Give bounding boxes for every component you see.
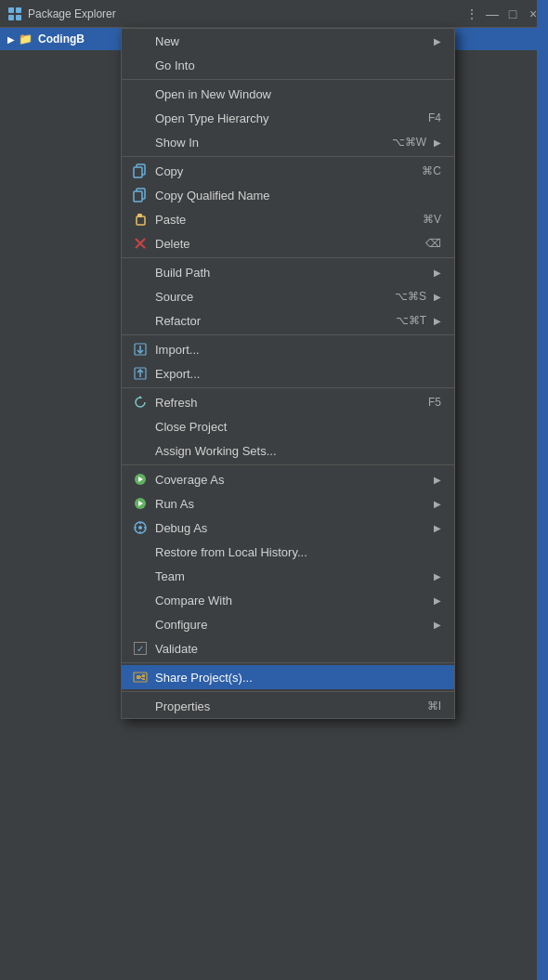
show-in-shortcut: ⌥⌘W [392,136,426,149]
copy-shortcut: ⌘C [422,164,441,177]
right-panel [537,0,548,980]
delete-icon [131,236,150,251]
menu-item-new[interactable]: New ▶ [122,29,454,53]
team-arrow-icon: ▶ [434,571,441,581]
import-icon [131,342,150,357]
share-projects-icon [131,670,150,685]
compare-with-arrow-icon: ▶ [434,595,441,606]
svg-rect-3 [16,15,21,20]
refactor-icon [131,313,150,328]
svg-rect-27 [137,675,140,679]
configure-icon [131,617,150,632]
menu-item-import[interactable]: Import... [122,337,454,361]
refactor-arrow-icon: ▶ [434,316,441,326]
svg-rect-29 [142,678,145,680]
separator-1 [122,79,454,80]
restore-icon [131,544,150,559]
menu-item-restore-local-history[interactable]: Restore from Local History... [122,540,454,564]
separator-7 [122,662,454,663]
menu-item-copy-qualified[interactable]: Copy Qualified Name [122,183,454,207]
run-as-arrow-icon: ▶ [434,499,441,509]
paste-shortcut: ⌘V [423,213,441,226]
menu-item-assign-working-sets[interactable]: Assign Working Sets... [122,438,454,463]
refresh-icon [131,395,150,410]
type-hierarchy-icon [131,111,150,125]
separator-5 [122,387,454,388]
paste-icon [131,212,150,227]
menu-item-open-type-hierarchy[interactable]: Open Type Hierarchy F4 [122,106,454,130]
menu-item-refactor[interactable]: Refactor ⌥⌘T ▶ [122,308,454,333]
menu-item-properties[interactable]: Properties ⌘I [122,694,454,718]
minimize-button[interactable]: — [485,7,500,21]
build-path-icon [131,265,150,280]
coverage-as-icon [131,472,150,487]
svg-rect-0 [8,7,14,13]
svg-rect-8 [137,216,145,225]
separator-8 [122,691,454,692]
menu-item-paste[interactable]: Paste ⌘V [122,207,454,231]
menu-item-run-as[interactable]: Run As ▶ [122,491,454,516]
svg-point-21 [138,526,142,529]
svg-rect-1 [16,7,21,13]
properties-icon [131,699,150,713]
menu-item-coverage-as[interactable]: Coverage As ▶ [122,467,454,491]
context-menu: New ▶ Go Into Open in New Window Open Ty… [121,28,455,719]
new-icon [131,33,150,48]
title-bar: Package Explorer ⋮ — □ × [0,0,548,28]
separator-2 [122,156,454,157]
source-icon [131,289,150,304]
delete-shortcut: ⌫ [425,237,441,250]
copy-qualified-icon [131,188,150,203]
refactor-shortcut: ⌥⌘T [396,314,426,327]
explorer-folder-icon: 📁 [19,33,33,46]
menu-item-refresh[interactable]: Refresh F5 [122,390,454,414]
menu-item-validate[interactable]: ✓ Validate [122,636,454,660]
coverage-as-arrow-icon: ▶ [434,475,441,485]
menu-item-build-path[interactable]: Build Path ▶ [122,260,454,284]
svg-rect-28 [142,674,145,677]
explorer-arrow-icon: ▶ [7,34,15,45]
svg-line-31 [140,677,142,679]
validate-icon: ✓ [131,641,150,656]
menu-item-share-projects[interactable]: Share Project(s)... [122,665,454,689]
close-project-icon [131,419,150,434]
export-icon [131,366,150,381]
debug-as-icon [131,520,150,535]
show-in-icon [131,135,150,150]
svg-rect-2 [8,15,14,20]
configure-arrow-icon: ▶ [434,620,441,630]
menu-item-debug-as[interactable]: Debug As ▶ [122,516,454,540]
menu-item-team[interactable]: Team ▶ [122,564,454,588]
menu-item-show-in[interactable]: Show In ⌥⌘W ▶ [122,130,454,154]
svg-rect-9 [137,214,142,217]
open-window-icon [131,86,150,101]
show-in-arrow-icon: ▶ [434,137,441,148]
refresh-shortcut: F5 [428,396,441,409]
title-bar-title: Package Explorer [28,7,464,20]
copy-icon [131,163,150,178]
menu-item-source[interactable]: Source ⌥⌘S ▶ [122,284,454,308]
type-hierarchy-shortcut: F4 [428,111,441,124]
compare-icon [131,593,150,608]
menu-item-close-project[interactable]: Close Project [122,414,454,438]
source-shortcut: ⌥⌘S [395,290,426,303]
properties-shortcut: ⌘I [427,699,441,712]
view-menu-button[interactable]: ⋮ [464,7,479,21]
menu-item-copy[interactable]: Copy ⌘C [122,159,454,183]
maximize-button[interactable]: □ [505,7,520,21]
package-explorer-icon [7,7,22,21]
menu-item-export[interactable]: Export... [122,361,454,385]
menu-item-configure[interactable]: Configure ▶ [122,612,454,636]
menu-item-go-into[interactable]: Go Into [122,53,454,77]
build-path-arrow-icon: ▶ [434,268,441,278]
svg-rect-5 [134,167,142,177]
title-bar-actions: ⋮ — □ × [464,7,541,21]
source-arrow-icon: ▶ [434,292,441,302]
separator-6 [122,464,454,465]
menu-item-compare-with[interactable]: Compare With ▶ [122,588,454,612]
menu-item-delete[interactable]: Delete ⌫ [122,231,454,255]
run-as-icon [131,496,150,511]
debug-as-arrow-icon: ▶ [434,523,441,533]
menu-item-open-new-window[interactable]: Open in New Window [122,82,454,106]
assign-working-sets-icon [131,443,150,458]
